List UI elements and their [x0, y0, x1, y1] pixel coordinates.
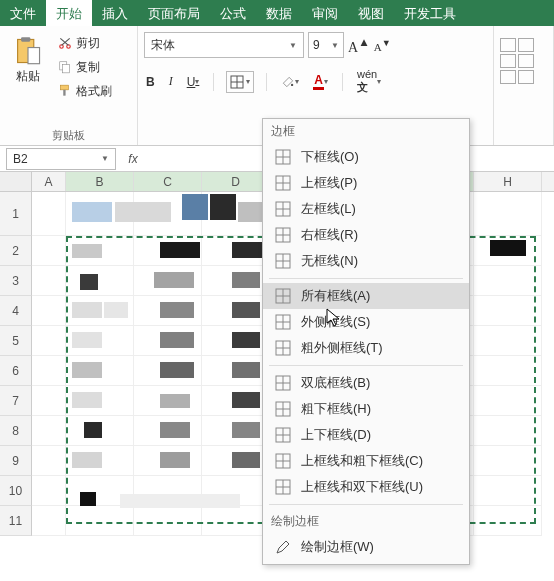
menu-item-border-option[interactable]: 上下框线(D) — [263, 422, 469, 448]
border-icon — [275, 314, 291, 330]
cell[interactable] — [202, 506, 270, 536]
col-header[interactable]: D — [202, 172, 270, 191]
row-header[interactable]: 10 — [0, 476, 32, 506]
cell[interactable] — [66, 506, 134, 536]
format-painter-button[interactable]: 格式刷 — [54, 80, 116, 102]
cell[interactable] — [474, 506, 542, 536]
cell[interactable] — [32, 446, 66, 476]
align-top-right[interactable] — [500, 54, 516, 68]
align-top-left[interactable] — [500, 38, 516, 52]
menu-item-draw-border[interactable]: 绘制边框(W) — [263, 534, 469, 560]
row-header[interactable]: 11 — [0, 506, 32, 536]
menu-item-border-option[interactable]: 双底框线(B) — [263, 370, 469, 396]
col-header[interactable]: A — [32, 172, 66, 191]
cell[interactable] — [474, 416, 542, 446]
tab-view[interactable]: 视图 — [348, 0, 394, 26]
cell[interactable] — [474, 296, 542, 326]
cell[interactable] — [32, 506, 66, 536]
cut-button[interactable]: 剪切 — [54, 32, 116, 54]
paste-button[interactable]: 粘贴 — [6, 32, 50, 85]
border-icon — [275, 340, 291, 356]
fill-color-button[interactable]: ▾ — [279, 73, 301, 91]
row-header[interactable]: 7 — [0, 386, 32, 416]
italic-button[interactable]: I — [167, 72, 175, 91]
copy-button[interactable]: 复制 — [54, 56, 116, 78]
cell[interactable] — [474, 476, 542, 506]
align-mid-center[interactable] — [500, 70, 516, 84]
cell[interactable] — [474, 386, 542, 416]
cell[interactable] — [32, 476, 66, 506]
tab-insert[interactable]: 插入 — [92, 0, 138, 26]
pencil-icon — [275, 539, 291, 555]
cell[interactable] — [474, 446, 542, 476]
menu-item-border-option[interactable]: 上框线(P) — [263, 170, 469, 196]
cell[interactable] — [32, 192, 66, 236]
select-all-corner[interactable] — [0, 172, 32, 191]
col-header[interactable]: H — [474, 172, 542, 191]
menu-item-border-option[interactable]: 无框线(N) — [263, 248, 469, 274]
cell[interactable] — [474, 356, 542, 386]
font-name-value: 宋体 — [151, 37, 175, 54]
align-top-center[interactable] — [518, 38, 534, 52]
tab-file[interactable]: 文件 — [0, 0, 46, 26]
name-box[interactable]: B2 ▼ — [6, 148, 116, 170]
menu-item-label: 上框线(P) — [301, 174, 357, 192]
menu-item-border-option[interactable]: 下框线(O) — [263, 144, 469, 170]
underline-button[interactable]: U ▾ — [185, 73, 202, 91]
tab-page-layout[interactable]: 页面布局 — [138, 0, 210, 26]
menu-item-border-option[interactable]: 粗下框线(H) — [263, 396, 469, 422]
cell[interactable] — [474, 192, 542, 236]
menu-item-border-option[interactable]: 左框线(L) — [263, 196, 469, 222]
cell[interactable] — [32, 416, 66, 446]
menu-item-label: 无框线(N) — [301, 252, 358, 270]
menu-item-border-option[interactable]: 右框线(R) — [263, 222, 469, 248]
cell[interactable] — [32, 236, 66, 266]
increase-font-button[interactable]: A▲ — [348, 35, 370, 56]
row-header[interactable]: 3 — [0, 266, 32, 296]
cell[interactable] — [134, 506, 202, 536]
name-box-value: B2 — [13, 152, 28, 166]
cell[interactable] — [32, 386, 66, 416]
border-icon — [275, 227, 291, 243]
row-header[interactable]: 4 — [0, 296, 32, 326]
borders-button[interactable]: ▾ — [226, 71, 254, 93]
cell[interactable] — [32, 326, 66, 356]
font-size-combo[interactable]: 9 ▼ — [308, 32, 344, 58]
cell[interactable] — [32, 266, 66, 296]
decrease-font-button[interactable]: A▼ — [374, 38, 391, 53]
tab-formulas[interactable]: 公式 — [210, 0, 256, 26]
tab-developer[interactable]: 开发工具 — [394, 0, 466, 26]
menu-item-label: 右框线(R) — [301, 226, 358, 244]
menu-item-border-option[interactable]: 上框线和双下框线(U) — [263, 474, 469, 500]
row-header[interactable]: 6 — [0, 356, 32, 386]
col-header[interactable]: C — [134, 172, 202, 191]
menu-item-label: 粗外侧框线(T) — [301, 339, 383, 357]
tab-data[interactable]: 数据 — [256, 0, 302, 26]
menu-item-border-option[interactable]: 所有框线(A) — [263, 283, 469, 309]
row-header[interactable]: 9 — [0, 446, 32, 476]
fx-button[interactable]: fx — [122, 152, 144, 166]
cell[interactable] — [32, 356, 66, 386]
phonetic-guide-button[interactable]: wén文▾ — [355, 66, 383, 97]
cell[interactable] — [66, 266, 134, 296]
tab-home[interactable]: 开始 — [46, 0, 92, 26]
align-mid-right[interactable] — [518, 70, 534, 84]
row-header[interactable]: 8 — [0, 416, 32, 446]
menu-item-border-option[interactable]: 外侧框线(S) — [263, 309, 469, 335]
menu-item-label: 所有框线(A) — [301, 287, 370, 305]
menu-item-border-option[interactable]: 上框线和粗下框线(C) — [263, 448, 469, 474]
row-header[interactable]: 2 — [0, 236, 32, 266]
row-header[interactable]: 1 — [0, 192, 32, 236]
font-color-button[interactable]: A▾ — [311, 71, 330, 92]
tab-review[interactable]: 审阅 — [302, 0, 348, 26]
col-header[interactable]: B — [66, 172, 134, 191]
font-name-combo[interactable]: 宋体 ▼ — [144, 32, 304, 58]
row-header[interactable]: 5 — [0, 326, 32, 356]
menu-item-border-option[interactable]: 粗外侧框线(T) — [263, 335, 469, 361]
cell[interactable] — [474, 266, 542, 296]
cell[interactable] — [32, 296, 66, 326]
bold-button[interactable]: B — [144, 73, 157, 91]
border-icon — [275, 149, 291, 165]
cell[interactable] — [474, 326, 542, 356]
align-mid-left[interactable] — [518, 54, 534, 68]
